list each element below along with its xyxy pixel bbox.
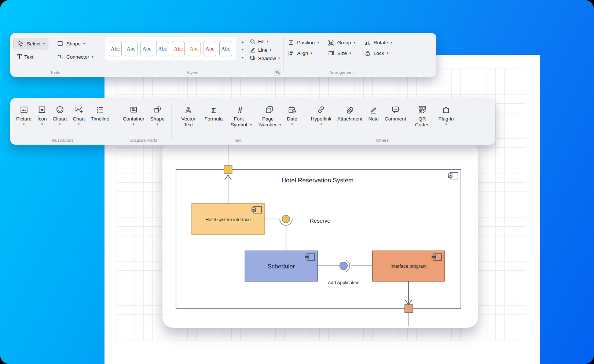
note-label: Note [368,116,379,122]
fill-button[interactable]: Fill ▾ [249,38,280,45]
shape-button[interactable]: Shape ▾ [147,103,168,126]
picture-icon [19,105,29,114]
container-label: Container [123,116,144,122]
text-tool-button[interactable]: T Text [13,51,48,63]
date-calendar-icon [287,105,297,114]
caret-down-icon: ▾ [267,40,268,43]
group-label-tools: Tools [10,70,100,75]
style-swatch[interactable]: Abc [188,41,201,56]
page-number-label: Page Number [258,116,278,128]
ribbon-insert: Picture ▾ Icon ▾ [10,98,495,145]
more-bar [241,55,244,55]
connector-label: Connector [66,54,89,60]
vector-text-button[interactable]: A Vector Text [175,103,202,128]
port-top-yellow[interactable] [224,166,232,174]
shape-tool-button[interactable]: Shape ▾ [53,38,97,49]
swatch-text: Abc [111,46,120,52]
font-symbol-hash-icon: # [238,106,242,114]
connector-interface-program-to-port[interactable] [405,281,412,305]
component-label[interactable]: Interface program [390,264,427,269]
style-swatch[interactable]: Abc [109,41,122,56]
group-arrangement: Position ▾ Group ▾ [285,33,398,77]
select-label: Select [27,41,41,47]
note-button[interactable]: Note [365,103,382,122]
timeline-icon [95,105,104,114]
chart-button[interactable]: Chart ▾ [70,103,88,126]
style-swatch[interactable]: Abc [172,41,185,56]
line-pen-icon [249,47,256,53]
qr-codes-button[interactable]: QR Codes [409,103,435,128]
component-label[interactable]: Hotel system interface [205,217,251,222]
lock-button[interactable]: Lock ▾ [364,50,392,57]
group-text: A Vector Text Σ Formula # Font Symbol ▾ [172,98,303,145]
size-button[interactable]: Size ▾ [328,50,355,57]
container-title[interactable]: Hotel Reservation System [282,177,354,184]
container-button[interactable]: Container ▾ [120,103,147,126]
connector-hotel-to-port[interactable] [225,175,231,204]
component-label[interactable]: Scheduler [268,263,295,270]
timeline-button[interactable]: Timeline [88,103,113,122]
page-number-button[interactable]: 1 Page Number ▾ [255,103,284,128]
comment-label: Comment [385,116,406,122]
page-number-icon: 1 [265,105,274,114]
caret-down-icon: ▾ [270,48,271,52]
group-tools: Select ▾ Shape ▾ T Text [10,33,100,77]
caret-down-icon: ▾ [349,52,351,55]
interface-ball-add-application[interactable] [340,262,348,270]
font-symbol-button[interactable]: # Font Symbol ▾ [225,103,255,128]
comment-bubble-icon [391,105,400,114]
comment-button[interactable]: Comment [382,103,409,122]
interface-ball-reserve[interactable] [282,215,290,223]
picture-button[interactable]: Picture ▾ [13,103,34,126]
style-swatch[interactable]: Abc [125,41,138,56]
date-button[interactable]: Date ▾ [284,103,300,126]
position-button[interactable]: Position ▾ [287,39,319,46]
group-label-arrangement: Arrangement [285,70,398,75]
caret-down-icon: ▾ [78,123,80,126]
attachment-label: Attachment [337,116,362,122]
date-label: Date [287,116,297,122]
text-label: Text [24,54,33,60]
hyperlink-button[interactable]: Hyperlink ▾ [308,103,334,126]
style-swatch[interactable]: Abc [156,41,169,56]
caret-down-icon: ▾ [317,41,319,44]
style-scroll-up-button[interactable]: ▴ [242,39,244,44]
caret-down-icon: ▾ [242,48,244,51]
smiley-icon [55,105,65,114]
align-button[interactable]: Align ▾ [287,50,319,57]
ribbon-separator [116,103,116,140]
select-cursor-icon [17,40,24,47]
dialog-launcher-icon [276,70,280,75]
style-swatch[interactable]: Abc [203,41,216,56]
interface-label-add-application[interactable]: Add Application [328,280,359,285]
chart-icon [74,105,84,114]
attachment-button[interactable]: Attachment [334,103,365,122]
rotate-button[interactable]: Rotate ▾ [364,39,392,46]
swatch-text: Abc [174,46,183,52]
qr-code-icon [418,105,427,114]
plugin-button[interactable]: Plug-in ▾ [435,103,456,126]
interface-label-reserve[interactable]: Reserve [310,218,330,224]
line-button[interactable]: Line ▾ [249,47,280,53]
caret-down-icon: ▾ [279,123,281,128]
style-scroll-down-button[interactable]: ▾ [242,47,244,52]
lock-label: Lock [374,51,384,56]
style-swatch[interactable]: Abc [140,41,153,56]
styles-dialog-launcher-button[interactable] [274,69,281,76]
style-gallery-more-button[interactable]: ▾ [241,55,244,59]
formula-button[interactable]: Σ Formula [202,103,226,122]
caret-down-icon: ▾ [92,55,94,59]
icon-button[interactable]: Icon ▾ [34,103,50,126]
select-button[interactable]: Select ▾ [13,38,48,49]
qr-codes-label: QR Codes [412,116,432,128]
fill-bucket-icon [249,38,256,45]
group-button[interactable]: Group ▾ [328,39,355,46]
style-swatch[interactable]: Abc [219,41,232,56]
size-icon [328,50,335,57]
shadow-button[interactable]: Shadow ▾ [249,55,280,62]
connector-tool-button[interactable]: Connector ▾ [53,51,97,63]
caret-down-icon: ▾ [250,123,252,128]
container-hotel-reservation-system[interactable] [176,170,461,309]
clipart-button[interactable]: Clipart ▾ [50,103,70,126]
port-bottom-orange[interactable] [405,305,413,313]
